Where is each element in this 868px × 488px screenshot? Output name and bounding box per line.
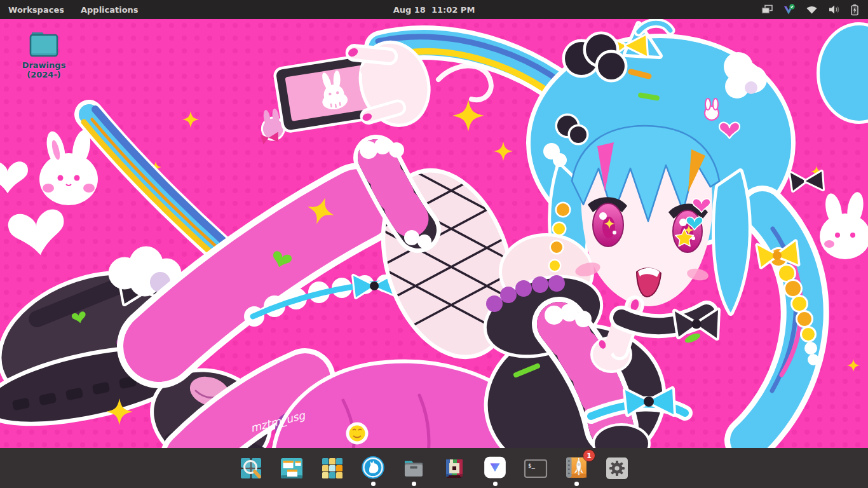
running-indicator — [371, 482, 376, 486]
svg-text:$_: $_ — [528, 463, 535, 469]
workspaces-menu-label: Workspaces — [8, 5, 64, 15]
top-panel: Workspaces Applications Aug 18 11:02 PM — [0, 0, 868, 19]
system-tray — [761, 4, 868, 16]
smiley-ball — [348, 424, 367, 443]
desktop: mztm_usg Drawings (2024-) — [0, 19, 868, 448]
dock-item-app-grid[interactable] — [320, 456, 345, 486]
pixel-art-app-icon — [442, 456, 467, 481]
librewolf-browser-icon — [360, 456, 386, 479]
dock-item-settings[interactable] — [604, 456, 630, 486]
dock-item-pixel-app[interactable] — [442, 456, 467, 486]
app-finder-icon — [238, 456, 264, 481]
dock-item-app-finder[interactable] — [238, 456, 264, 486]
vesktop-icon — [482, 456, 508, 479]
dock-item-terminal[interactable]: $_ — [523, 456, 548, 486]
app-grid-icon — [320, 456, 345, 481]
settings-gear-icon — [604, 456, 630, 481]
running-indicator — [493, 482, 498, 486]
dock: $_ 1 — [0, 448, 868, 488]
applications-menu[interactable]: Applications — [72, 0, 147, 19]
desktop-icon-drawings[interactable]: Drawings (2024-) — [6, 27, 81, 79]
dock-item-vesktop[interactable] — [482, 456, 508, 486]
dock-item-librewolf[interactable] — [360, 456, 386, 486]
vpn-status-icon[interactable] — [783, 4, 796, 15]
dock-item-rocket-app[interactable]: 1 — [564, 456, 589, 486]
battery-charging-icon[interactable] — [850, 4, 859, 16]
wifi-icon[interactable] — [805, 4, 818, 15]
volume-icon[interactable] — [828, 4, 841, 15]
desktop-settings-icon — [279, 456, 304, 481]
notification-badge: 1 — [583, 450, 595, 461]
folder-icon — [26, 27, 62, 60]
running-indicator — [412, 482, 416, 486]
running-indicator — [574, 482, 579, 486]
workspaces-indicator-icon[interactable] — [761, 4, 773, 15]
file-manager-icon — [401, 456, 426, 479]
applications-menu-label: Applications — [81, 5, 139, 15]
desktop-icon-label: Drawings (2024-) — [6, 60, 81, 79]
dock-item-desktop-settings[interactable] — [279, 456, 304, 486]
wallpaper-illustration: mztm_usg — [0, 19, 868, 448]
workspaces-menu[interactable]: Workspaces — [0, 0, 72, 19]
dock-item-file-manager[interactable] — [401, 456, 426, 486]
terminal-icon: $_ — [523, 456, 548, 481]
panel-clock[interactable]: Aug 18 11:02 PM — [393, 5, 475, 15]
